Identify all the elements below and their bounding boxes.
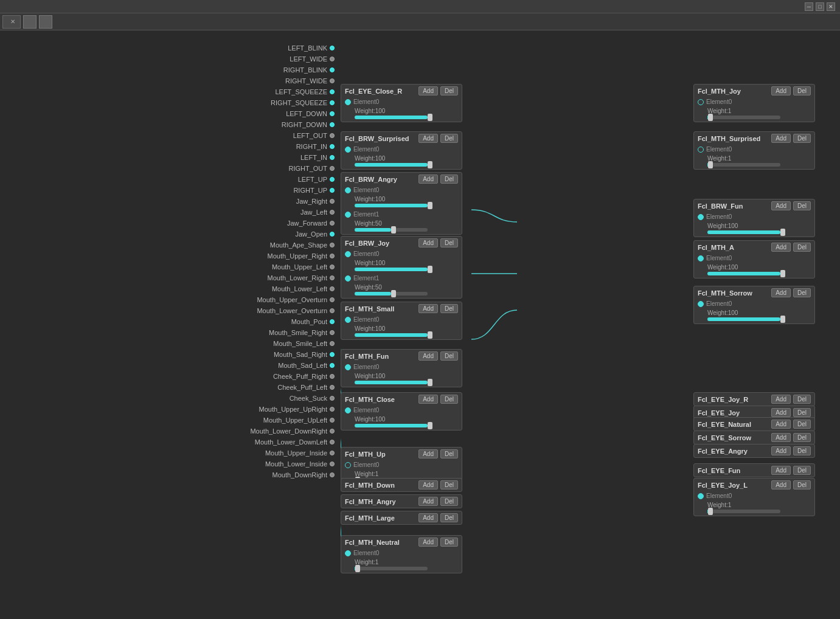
input-dot-24[interactable]: [330, 308, 335, 313]
node-add-btn-FclEYESorrow[interactable]: Add: [771, 433, 791, 442]
node-add-btn-FclMTHA[interactable]: Add: [771, 243, 791, 252]
input-dot-39[interactable]: [330, 472, 335, 477]
node-add-btn-FclBRWJoy[interactable]: Add: [418, 238, 438, 247]
input-dot-22[interactable]: [330, 286, 335, 291]
node-add-btn-FclMTHAngry[interactable]: Add: [418, 497, 438, 506]
weight-thumb-FclBRWSurprised-0[interactable]: [428, 161, 432, 168]
maximize-btn[interactable]: □: [816, 2, 824, 11]
node-add-btn-FclEYEAngry[interactable]: Add: [771, 446, 791, 455]
node-add-btn-FclMTHNeutral[interactable]: Add: [418, 538, 438, 547]
node-radio-FclBRWJoy-1[interactable]: [345, 275, 351, 282]
node-add-btn-FclMTHSurprised[interactable]: Add: [771, 134, 791, 143]
input-dot-27[interactable]: [330, 341, 335, 346]
weight-slider-FclMTHSorrow-0[interactable]: [707, 317, 780, 321]
close-window-btn[interactable]: ✕: [827, 2, 835, 11]
input-dot-18[interactable]: [330, 243, 335, 247]
node-del-btn-FclEYESorrow[interactable]: Del: [793, 433, 811, 442]
weight-slider-FclEYECloseR-0[interactable]: [355, 116, 428, 119]
input-dot-11[interactable]: [330, 166, 335, 171]
weight-thumb-FclBRWJoy-0[interactable]: [428, 266, 432, 273]
node-del-btn-FclEYEJoy[interactable]: Del: [793, 408, 811, 417]
node-add-btn-FclBRWFun[interactable]: Add: [771, 201, 791, 210]
node-add-btn-FclEYEJoy[interactable]: Add: [771, 408, 791, 417]
node-del-btn-FclEYECloseR[interactable]: Del: [440, 86, 458, 95]
config-tab-close[interactable]: ✕: [10, 18, 15, 25]
weight-thumb-FclBRWAngry-1[interactable]: [391, 226, 396, 233]
node-del-btn-FclEYEFun[interactable]: Del: [793, 466, 811, 475]
node-del-btn-FclBRWJoy[interactable]: Del: [440, 238, 458, 247]
node-add-btn-FclMTHClose[interactable]: Add: [418, 395, 438, 404]
node-add-btn-FclBRWAngry[interactable]: Add: [418, 175, 438, 184]
input-dot-37[interactable]: [330, 451, 335, 455]
weight-slider-FclMTHA-0[interactable]: [707, 272, 780, 275]
weight-slider-FclBRWAngry-1[interactable]: [355, 228, 428, 232]
node-radio-FclBRWAngry-1[interactable]: [345, 212, 351, 218]
input-dot-34[interactable]: [330, 418, 335, 423]
node-radio-FclMTHClose-0[interactable]: [345, 407, 351, 413]
input-dot-26[interactable]: [330, 330, 335, 335]
node-del-btn-FclMTHNeutral[interactable]: Del: [440, 538, 458, 547]
weight-thumb-FclMTHFun-0[interactable]: [428, 379, 432, 386]
input-dot-12[interactable]: [330, 177, 335, 182]
node-del-btn-FclMTHSorrow[interactable]: Del: [793, 288, 811, 297]
node-del-btn-FclMTHA[interactable]: Del: [793, 243, 811, 252]
node-del-btn-FclEYEJoyR[interactable]: Del: [793, 395, 811, 404]
weight-slider-FclBRWJoy-1[interactable]: [355, 292, 428, 296]
node-del-btn-FclMTHClose[interactable]: Del: [440, 395, 458, 404]
node-radio-FclBRWSurprised-0[interactable]: [345, 147, 351, 153]
node-radio-FclEYECloseR-0[interactable]: [345, 99, 351, 105]
input-dot-35[interactable]: [330, 429, 335, 434]
weight-thumb-FclBRWJoy-1[interactable]: [391, 290, 396, 297]
auto-add-blendshapes-btn[interactable]: [23, 15, 36, 29]
minimize-btn[interactable]: ─: [805, 2, 813, 11]
weight-slider-FclBRWSurprised-0[interactable]: [355, 163, 428, 167]
input-dot-29[interactable]: [330, 363, 335, 368]
input-dot-10[interactable]: [330, 155, 335, 160]
node-add-btn-FclEYEJoyR[interactable]: Add: [771, 395, 791, 404]
input-dot-6[interactable]: [330, 111, 335, 116]
weight-slider-FclMTHSmall-0[interactable]: [355, 333, 428, 337]
input-dot-3[interactable]: [330, 78, 335, 83]
input-dot-17[interactable]: [330, 232, 335, 237]
input-dot-36[interactable]: [330, 440, 335, 444]
node-add-btn-FclEYECloseR[interactable]: Add: [418, 86, 438, 95]
node-del-btn-FclEYENatural[interactable]: Del: [793, 420, 811, 429]
input-dot-19[interactable]: [330, 254, 335, 258]
input-dot-31[interactable]: [330, 385, 335, 390]
weight-slider-FclBRWFun-0[interactable]: [707, 230, 780, 234]
node-del-btn-FclMTHUp[interactable]: Del: [440, 449, 458, 458]
input-dot-38[interactable]: [330, 462, 335, 466]
node-add-btn-FclMTHLarge[interactable]: Add: [418, 513, 438, 522]
node-radio-FclMTHSurprised-0[interactable]: [698, 147, 704, 153]
config-tab[interactable]: ✕: [2, 15, 21, 29]
node-add-btn-FclMTHJoy[interactable]: Add: [771, 86, 791, 95]
node-del-btn-FclMTHFun[interactable]: Del: [440, 351, 458, 361]
node-radio-FclBRWAngry-0[interactable]: [345, 187, 351, 193]
node-add-btn-FclMTHUp[interactable]: Add: [418, 449, 438, 458]
input-dot-30[interactable]: [330, 374, 335, 379]
node-add-btn-FclMTHFun[interactable]: Add: [418, 351, 438, 361]
node-radio-FclMTHNeutral-0[interactable]: [345, 550, 351, 556]
weight-thumb-FclMTHSorrow-0[interactable]: [780, 316, 785, 323]
node-radio-FclMTHSmall-0[interactable]: [345, 317, 351, 323]
input-dot-32[interactable]: [330, 396, 335, 401]
node-del-btn-FclMTHAngry[interactable]: Del: [440, 497, 458, 506]
input-dot-28[interactable]: [330, 352, 335, 357]
weight-slider-FclEYEJoyL-0[interactable]: [707, 510, 780, 513]
node-add-btn-FclEYEFun[interactable]: Add: [771, 466, 791, 475]
weight-slider-FclMTHNeutral-0[interactable]: [355, 567, 428, 570]
weight-thumb-FclMTHNeutral-0[interactable]: [355, 565, 360, 572]
input-dot-15[interactable]: [330, 210, 335, 215]
input-dot-33[interactable]: [330, 407, 335, 412]
weight-thumb-FclMTHSurprised-0[interactable]: [708, 161, 713, 168]
weight-thumb-FclMTHJoy-0[interactable]: [708, 114, 713, 121]
input-dot-2[interactable]: [330, 67, 335, 72]
input-dot-1[interactable]: [330, 57, 335, 61]
node-del-btn-FclMTHDown[interactable]: Del: [440, 480, 458, 489]
input-dot-9[interactable]: [330, 144, 335, 149]
weight-slider-FclBRWJoy-0[interactable]: [355, 268, 428, 271]
node-add-btn-FclBRWSurprised[interactable]: Add: [418, 134, 438, 143]
node-add-btn-FclMTHSmall[interactable]: Add: [418, 304, 438, 313]
node-del-btn-FclMTHJoy[interactable]: Del: [793, 86, 811, 95]
weight-slider-FclMTHSurprised-0[interactable]: [707, 163, 780, 167]
